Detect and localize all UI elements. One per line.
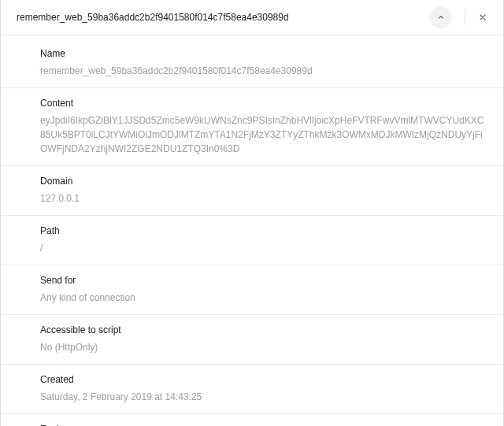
panel-content: Name remember_web_59ba36addc2b2f9401580f… xyxy=(1,35,503,426)
field-label: Domain xyxy=(40,176,487,187)
field-value: 127.0.0.1 xyxy=(40,191,487,206)
header-divider xyxy=(465,9,465,25)
close-icon xyxy=(478,13,487,22)
field-value: / xyxy=(40,241,487,255)
field-label: Content xyxy=(40,98,487,109)
field-name: Name remember_web_59ba36addc2b2f9401580f… xyxy=(1,39,503,88)
field-accessible-to-script: Accessible to script No (HttpOnly) xyxy=(1,315,503,365)
field-label: Send for xyxy=(40,275,487,286)
field-label: Accessible to script xyxy=(40,324,487,335)
field-content: Content eyJpdiI6IkpGZlBlY1JJSDd5Zmc5eW9k… xyxy=(1,88,503,166)
field-created: Created Saturday, 2 February 2019 at 14:… xyxy=(1,365,503,414)
field-path: Path / xyxy=(1,216,503,265)
field-label: Path xyxy=(40,225,487,236)
field-send-for: Send for Any kind of connection xyxy=(1,265,503,315)
chevron-up-icon xyxy=(436,13,446,22)
cookie-detail-panel: remember_web_59ba36addc2b2f9401580f014c7… xyxy=(0,0,504,426)
field-value: Any kind of connection xyxy=(40,291,487,305)
field-value: remember_web_59ba36addc2b2f9401580f014c7… xyxy=(40,64,487,78)
field-domain: Domain 127.0.0.1 xyxy=(1,166,503,216)
field-value: No (HttpOnly) xyxy=(40,340,487,354)
field-label: Name xyxy=(40,48,487,59)
field-expires: Expires Saturday, 2 February 2019 at 14:… xyxy=(1,414,503,426)
collapse-button[interactable] xyxy=(430,6,452,28)
field-value: Saturday, 2 February 2019 at 14:43:25 xyxy=(40,390,487,404)
panel-header: remember_web_59ba36addc2b2f9401580f014c7… xyxy=(1,0,503,35)
panel-title: remember_web_59ba36addc2b2f9401580f014c7… xyxy=(17,12,430,23)
field-label: Created xyxy=(40,374,487,385)
close-button[interactable] xyxy=(472,6,494,28)
field-value: eyJpdiI6IkpGZlBlY1JJSDd5Zmc5eW9kUWNsZnc9… xyxy=(40,113,487,156)
